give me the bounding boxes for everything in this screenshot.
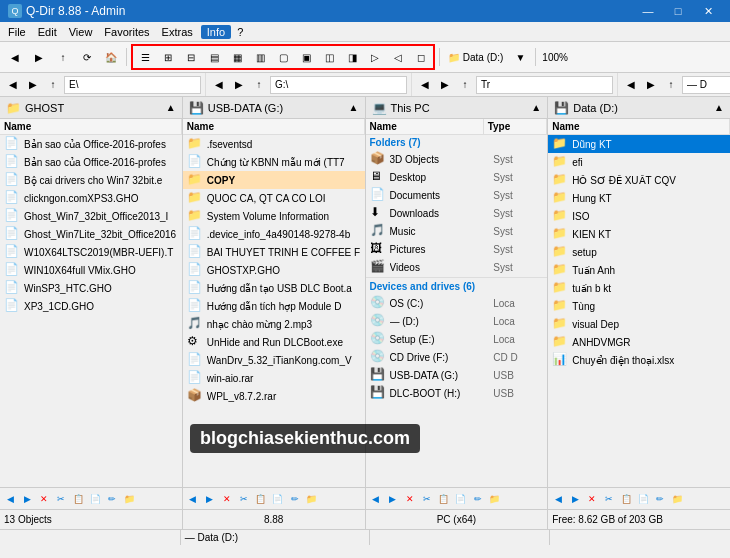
list-item[interactable]: 📄 Hướng dẫn tích hợp Module D xyxy=(183,297,365,315)
list-item-dungkt[interactable]: 📁 Dũng KT xyxy=(548,135,730,153)
rename-btn-2[interactable]: ✏ xyxy=(287,491,303,507)
nav-back-3[interactable]: ◀ xyxy=(416,76,434,94)
usb-col-name[interactable]: Name xyxy=(183,119,365,134)
list-item[interactable]: 🎵 Music Syst xyxy=(366,222,548,240)
thispc-col-name[interactable]: Name xyxy=(366,119,484,134)
view-tile3[interactable]: ◫ xyxy=(318,47,340,67)
toolbar-back[interactable]: ◀ xyxy=(4,47,26,67)
menu-edit[interactable]: Edit xyxy=(32,24,63,40)
delete-btn-4[interactable]: ✕ xyxy=(584,491,600,507)
pane-thispc-content[interactable]: Folders (7) 📦 3D Objects Syst 🖥 Desktop … xyxy=(366,135,548,487)
view-tile2[interactable]: ▣ xyxy=(295,47,317,67)
rename-btn-3[interactable]: ✏ xyxy=(470,491,486,507)
list-item[interactable]: 📄 Documents Syst xyxy=(366,186,548,204)
list-item[interactable]: ⚙ UnHide and Run DLCBoot.exe xyxy=(183,333,365,351)
list-item[interactable]: 📁 visual Dep xyxy=(548,315,730,333)
thispc-col-type[interactable]: Type xyxy=(484,119,548,134)
list-item[interactable]: 📄 WIN10X64full VMix.GHO xyxy=(0,261,182,279)
list-item[interactable]: 📄 Hướng dẫn tạo USB DLC Boot.a xyxy=(183,279,365,297)
list-item[interactable]: 📄 W10X64LTSC2019(MBR-UEFI).T xyxy=(0,243,182,261)
view-col3[interactable]: ▥ xyxy=(249,47,271,67)
newfolder-btn-4[interactable]: 📁 xyxy=(669,491,685,507)
maximize-button[interactable]: □ xyxy=(664,2,692,20)
list-item[interactable]: 📄 Bản sao của Office-2016-profes xyxy=(0,135,182,153)
address-bar-2[interactable] xyxy=(270,76,407,94)
list-item[interactable]: 📄 WinSP3_HTC.GHO xyxy=(0,279,182,297)
list-item[interactable]: 📦 3D Objects Syst xyxy=(366,150,548,168)
list-item-sysvolinfo[interactable]: 📁 System Volume Information xyxy=(183,207,365,225)
view-tile7[interactable]: ◻ xyxy=(410,47,432,67)
list-item[interactable]: 📄 GHOSTXP.GHO xyxy=(183,261,365,279)
list-item-copy[interactable]: 📁 COPY xyxy=(183,171,365,189)
nav-left-btn-3[interactable]: ◀ xyxy=(368,491,384,507)
list-item[interactable]: 📄 Ghost_Win7Lite_32bit_Office2016 xyxy=(0,225,182,243)
list-item[interactable]: 📄 WanDrv_5.32_iTianKong.com_V xyxy=(183,351,365,369)
list-item[interactable]: 📄 Chứng từ KBNN mẫu mới (TT7 xyxy=(183,153,365,171)
list-item[interactable]: 📁 QUOC CA, QT CA CO LOI xyxy=(183,189,365,207)
view-grid2[interactable]: ⊟ xyxy=(180,47,202,67)
datad-col-name[interactable]: Name xyxy=(548,119,730,134)
view-tile5[interactable]: ▷ xyxy=(364,47,386,67)
nav-up-3[interactable]: ↑ xyxy=(456,76,474,94)
delete-btn-3[interactable]: ✕ xyxy=(402,491,418,507)
nav-back-2[interactable]: ◀ xyxy=(210,76,228,94)
menu-extras[interactable]: Extras xyxy=(156,24,199,40)
list-item[interactable]: 📄 XP3_1CD.GHO xyxy=(0,297,182,315)
delete-btn-1[interactable]: ✕ xyxy=(36,491,52,507)
address-bar-4[interactable] xyxy=(682,76,730,94)
newfolder-btn-1[interactable]: 📁 xyxy=(121,491,137,507)
view-tile1[interactable]: ▢ xyxy=(272,47,294,67)
nav-fwd-4[interactable]: ▶ xyxy=(642,76,660,94)
toolbar-fwd[interactable]: ▶ xyxy=(28,47,50,67)
list-item[interactable]: 📁 Tùng xyxy=(548,297,730,315)
view-grid1[interactable]: ⊞ xyxy=(157,47,179,67)
cut-btn-4[interactable]: ✂ xyxy=(601,491,617,507)
paste-btn-1[interactable]: 📄 xyxy=(87,491,103,507)
newfolder-btn-2[interactable]: 📁 xyxy=(304,491,320,507)
pane-ghost-content[interactable]: 📄 Bản sao của Office-2016-profes 📄 Bản s… xyxy=(0,135,182,487)
list-item[interactable]: 📄 Ghost_Win7_32bit_Office2013_I xyxy=(0,207,182,225)
copy-btn-3[interactable]: 📋 xyxy=(436,491,452,507)
paste-btn-4[interactable]: 📄 xyxy=(635,491,651,507)
menu-file[interactable]: File xyxy=(2,24,32,40)
minimize-button[interactable]: — xyxy=(634,2,662,20)
nav-up-1[interactable]: ↑ xyxy=(44,76,62,94)
menu-info[interactable]: Info xyxy=(201,25,231,39)
list-item[interactable]: 📊 Chuyển điện thoại.xlsx xyxy=(548,351,730,369)
list-item[interactable]: 📄 .device_info_4a490148-9278-4b xyxy=(183,225,365,243)
list-item[interactable]: 🎵 nhạc chào mừng 2.mp3 xyxy=(183,315,365,333)
nav-fwd-3[interactable]: ▶ xyxy=(436,76,454,94)
view-tile6[interactable]: ◁ xyxy=(387,47,409,67)
list-item[interactable]: 📁 HỒ SƠ ĐỀ XUẤT CQV xyxy=(548,171,730,189)
paste-btn-3[interactable]: 📄 xyxy=(453,491,469,507)
list-item[interactable]: 📁 Hung KT xyxy=(548,189,730,207)
paste-btn-2[interactable]: 📄 xyxy=(270,491,286,507)
list-item[interactable]: 📁 ISO xyxy=(548,207,730,225)
list-item[interactable]: 💿 OS (C:) Loca xyxy=(366,294,548,312)
nav-back-4[interactable]: ◀ xyxy=(622,76,640,94)
nav-left-btn-2[interactable]: ◀ xyxy=(185,491,201,507)
nav-left-btn-1[interactable]: ◀ xyxy=(2,491,18,507)
toolbar-home[interactable]: 🏠 xyxy=(100,47,122,67)
list-item[interactable]: 💾 USB-DATA (G:) USB xyxy=(366,366,548,384)
list-item[interactable]: 📁 Tuấn Anh xyxy=(548,261,730,279)
cut-btn-1[interactable]: ✂ xyxy=(53,491,69,507)
close-button[interactable]: ✕ xyxy=(694,2,722,20)
list-item[interactable]: 📁 setup xyxy=(548,243,730,261)
list-item[interactable]: 💾 DLC-BOOT (H:) USB xyxy=(366,384,548,402)
list-item[interactable]: 💿 CD Drive (F:) CD D xyxy=(366,348,548,366)
nav-right-btn-3[interactable]: ▶ xyxy=(385,491,401,507)
copy-btn-1[interactable]: 📋 xyxy=(70,491,86,507)
list-item[interactable]: 📄 win-aio.rar xyxy=(183,369,365,387)
cut-btn-3[interactable]: ✂ xyxy=(419,491,435,507)
toolbar-refresh[interactable]: ⟳ xyxy=(76,47,98,67)
delete-btn-2[interactable]: ✕ xyxy=(219,491,235,507)
address-bar-1[interactable] xyxy=(64,76,201,94)
list-item[interactable]: 📁 efi xyxy=(548,153,730,171)
list-item[interactable]: 📄 BAI THUYET TRINH E COFFEE F xyxy=(183,243,365,261)
nav-fwd-2[interactable]: ▶ xyxy=(230,76,248,94)
cut-btn-2[interactable]: ✂ xyxy=(236,491,252,507)
list-item[interactable]: 📁 ANHDVMGR xyxy=(548,333,730,351)
copy-btn-4[interactable]: 📋 xyxy=(618,491,634,507)
view-col1[interactable]: ▤ xyxy=(203,47,225,67)
